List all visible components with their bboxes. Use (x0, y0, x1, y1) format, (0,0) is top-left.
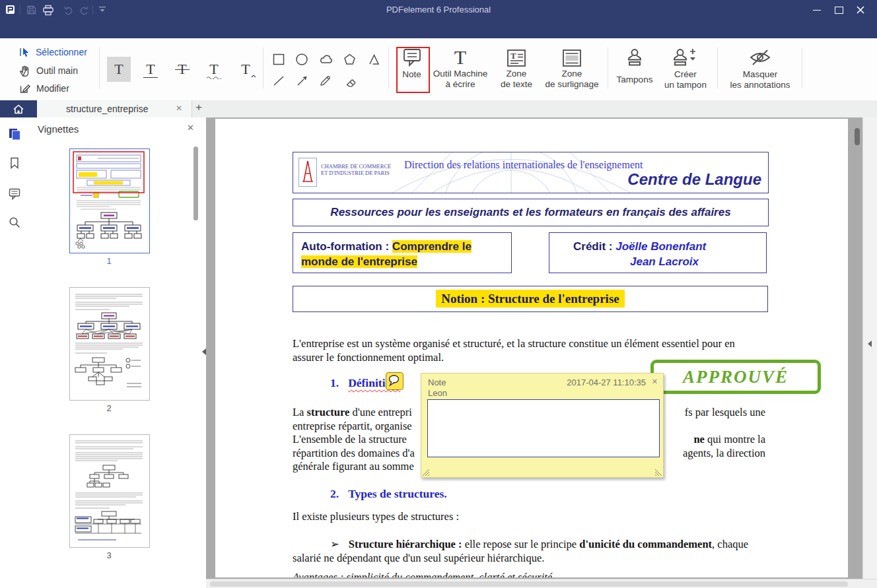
ellipse-shape-button[interactable] (295, 53, 309, 67)
note-popup-title: Note (428, 377, 446, 387)
pencil-tool-button[interactable] (318, 74, 333, 88)
note-popup-close-icon[interactable]: ✕ (652, 377, 658, 386)
bookmarks-panel-icon[interactable] (7, 156, 22, 170)
select-tool-button[interactable]: Sélectionner (18, 45, 87, 59)
thumbnails-panel-icon[interactable] (7, 127, 22, 141)
document-vertical-scrollbar-thumb[interactable] (855, 128, 860, 145)
note-annotation-icon[interactable] (386, 372, 403, 390)
ressources-banner: Ressources pour les enseignants et les f… (293, 199, 769, 226)
t-glyph: T (209, 61, 218, 77)
divider (802, 48, 802, 88)
window-title: PDFelement 6 Professional (0, 5, 877, 15)
panel-title: Vignettes (38, 123, 79, 135)
squiggle-mark (207, 76, 221, 79)
doc-header-box: CHAMBRE DE COMMERCEET D'INDUSTRIE DE PAR… (293, 152, 769, 193)
edit-tool-button[interactable]: Modifier (18, 81, 69, 96)
page-thumbnail-3[interactable] (69, 434, 150, 548)
caret-insert-button[interactable]: T (234, 57, 258, 82)
note-popup-author: Leon (428, 388, 447, 398)
horizontal-scrollbar-thumb[interactable] (210, 581, 848, 587)
typewriter-button[interactable]: T Outil Machineà écrire (429, 46, 491, 98)
document-tab[interactable]: structure_entreprise ✕ (37, 100, 192, 117)
header-direction: Direction des relations internationales … (404, 159, 643, 171)
credit-label: Crédit : (573, 240, 615, 253)
search-panel-icon[interactable] (7, 215, 22, 230)
highlight-area-icon (561, 48, 582, 69)
close-button[interactable] (851, 0, 870, 20)
paragraph-types-intro: Il existe plusieurs types de structures … (293, 509, 459, 523)
caret-mark (251, 75, 256, 78)
credit-box: Crédit : Joëlle Bonenfant Jean Lacroix (549, 232, 767, 273)
t-glyph: T (114, 61, 123, 77)
notion-highlight: Notion : Structure de l'entreprise (436, 290, 624, 308)
hand-tool-button[interactable]: Outil main (18, 63, 78, 78)
divider (608, 48, 608, 88)
highlight-text-button[interactable]: T (107, 57, 131, 82)
text-box-button[interactable]: T Zonede texte (495, 46, 538, 98)
page-number-2: 2 (69, 403, 149, 413)
panel-close-icon[interactable]: ✕ (187, 123, 194, 133)
divider (263, 48, 263, 88)
stamps-button[interactable]: Tampons (612, 46, 658, 98)
resize-grip-right[interactable] (654, 468, 662, 476)
paragraph-avantages: Avantages : simplicité du commandement, … (293, 570, 552, 577)
navigation-icon-strip (0, 117, 30, 588)
typewriter-label-1: Outil Machine (433, 69, 488, 79)
stamp-icon (623, 47, 646, 69)
squiggly-underline-button[interactable]: T (202, 57, 226, 82)
page-thumbnail-preview (70, 149, 147, 251)
underline-text-button[interactable]: T (139, 57, 162, 82)
title-bar: PDFelement 6 Professional (0, 0, 877, 20)
edit-tool-label: Modifier (36, 83, 69, 94)
expand-right-panel-arrow[interactable] (868, 341, 872, 347)
panel-scrollbar-thumb[interactable] (193, 147, 198, 220)
text-box-label-1: Zone (507, 69, 527, 79)
heading-definition: 1.Définition. (293, 376, 400, 390)
page-thumbnail-2[interactable] (69, 287, 150, 401)
cloud-shape-button[interactable] (318, 53, 335, 67)
page-thumbnail-preview (70, 288, 148, 399)
arrow-shape-button[interactable] (295, 74, 309, 88)
text-box-label-2: de texte (501, 79, 532, 89)
heading-types: 2.Types de structures. (293, 487, 447, 501)
hide-annotations-label-1: Masquer (743, 69, 778, 79)
header-centre: Centre de Langue (627, 170, 761, 189)
page-number-1: 1 (69, 256, 149, 266)
hand-tool-label: Outil main (36, 65, 78, 76)
main-area: Vignettes ✕ (0, 117, 877, 588)
new-tab-button[interactable]: + (195, 101, 202, 114)
ribbon-toolbar: Sélectionner Outil main Modifier T T T T… (0, 38, 877, 101)
maximize-button[interactable] (829, 0, 849, 20)
page-thumbnail-preview (70, 435, 148, 546)
create-stamp-label-1: Créer (674, 69, 697, 79)
note-text-area[interactable] (427, 399, 660, 457)
note-button[interactable]: Note (396, 46, 427, 98)
document-tab-bar: structure_entreprise ✕ + (0, 100, 877, 117)
create-stamp-button[interactable]: Créerun tampon (659, 46, 712, 98)
page-thumbnail-1[interactable] (69, 148, 150, 253)
create-stamp-icon (670, 47, 701, 69)
minimize-button[interactable] (807, 0, 827, 20)
home-icon (12, 102, 25, 115)
page-number-3: 3 (69, 550, 149, 560)
right-panel-rail (862, 117, 877, 579)
home-button[interactable] (0, 100, 37, 117)
eraser-tool-button[interactable] (343, 74, 358, 88)
strikethrough-text-button[interactable]: T (170, 57, 194, 82)
create-stamp-label-2: un tampon (664, 80, 707, 90)
highlight-area-button[interactable]: Zonede surlignage (540, 46, 604, 98)
hide-annotations-button[interactable]: Masquerles annotations (720, 46, 800, 98)
resize-grip-left[interactable] (423, 468, 431, 476)
divider (717, 48, 718, 88)
tab-close-icon[interactable]: ✕ (176, 104, 182, 113)
connected-lines-button[interactable] (367, 53, 381, 67)
rectangle-shape-button[interactable] (272, 53, 286, 67)
highlight-area-label-1: Zone (562, 69, 582, 79)
approved-stamp[interactable]: APPROUVÉ (650, 360, 821, 394)
comments-panel-icon[interactable] (7, 186, 22, 201)
line-shape-button[interactable] (272, 74, 286, 88)
polygon-shape-button[interactable] (343, 53, 357, 67)
t-glyph: T (241, 61, 250, 77)
typewriter-icon: T (429, 46, 491, 69)
credit-name-1: Joëlle Bonenfant (615, 240, 706, 253)
